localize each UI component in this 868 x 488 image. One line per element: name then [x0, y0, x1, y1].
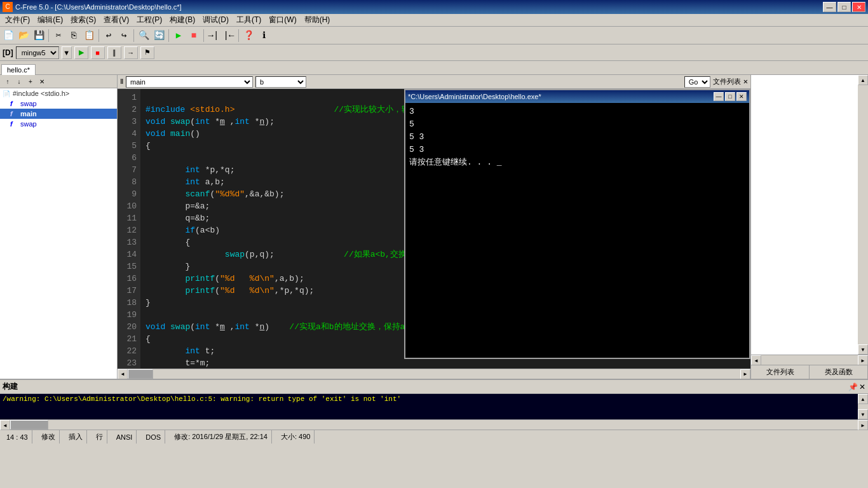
- extra-btn-1[interactable]: ⚑: [140, 46, 154, 59]
- go-select[interactable]: Go: [684, 76, 710, 88]
- right-scroll-down-btn[interactable]: ▼: [858, 344, 868, 355]
- terminal-maximize-btn[interactable]: □: [725, 92, 735, 101]
- copy-button[interactable]: ⎘: [67, 29, 81, 43]
- undo-button[interactable]: ↩: [102, 29, 116, 43]
- minimize-button[interactable]: —: [823, 2, 836, 12]
- status-encoding-text: ANSI: [116, 433, 133, 441]
- terminal-line-3: 5 3: [409, 131, 745, 144]
- terminal-minimize-btn[interactable]: —: [714, 92, 724, 101]
- maximize-button[interactable]: □: [837, 2, 851, 12]
- help-button[interactable]: ❓: [241, 29, 255, 43]
- right-scroll-track[interactable]: [858, 85, 868, 344]
- info-button[interactable]: ℹ: [257, 29, 271, 43]
- build-h-scroll-left[interactable]: ◀: [0, 420, 10, 430]
- menu-tools[interactable]: 工具(T): [233, 13, 265, 27]
- terminal-output: 3 5 5 3 5 3 请按任意键继续. . . _: [405, 103, 749, 358]
- h-scroll-right-btn[interactable]: ▶: [740, 369, 750, 379]
- menu-build[interactable]: 构建(B): [166, 13, 199, 27]
- run-button[interactable]: ▶: [172, 29, 186, 43]
- menu-project[interactable]: 工程(P): [133, 13, 166, 27]
- build-h-scroll[interactable]: ◀ ▶: [0, 419, 868, 430]
- save-button[interactable]: 💾: [32, 29, 46, 43]
- menu-view[interactable]: 查看(V): [100, 13, 133, 27]
- build-title: 构建: [3, 381, 18, 392]
- status-encoding: ANSI: [112, 430, 137, 444]
- build-v-scroll[interactable]: ▲ ▼: [858, 394, 868, 419]
- include-icon: 📄: [3, 90, 11, 97]
- tab-class-func[interactable]: 类及函数: [810, 365, 868, 379]
- pause-compile-button[interactable]: ‖: [107, 46, 121, 59]
- paste-button[interactable]: 📋: [82, 29, 96, 43]
- build-h-scroll-thumb[interactable]: [10, 420, 48, 430]
- func-bar-right: Go 文件列表 ✕: [684, 76, 748, 88]
- h-scroll-bar[interactable]: ◀ ▶: [118, 369, 750, 379]
- status-size-text: 大小: 490: [281, 432, 310, 442]
- h-scroll-thumb[interactable]: [128, 369, 153, 379]
- rp-h-scroll-right[interactable]: ▶: [858, 355, 868, 365]
- status-line-label: 行: [92, 430, 107, 444]
- menu-search[interactable]: 搜索(S): [67, 13, 100, 27]
- build-h-scroll-track[interactable]: [10, 420, 858, 430]
- menu-debug[interactable]: 调试(D): [199, 13, 233, 27]
- indent-button[interactable]: →|: [207, 29, 220, 43]
- compile-dropdown-btn[interactable]: ▼: [62, 46, 72, 59]
- tab-hello-c[interactable]: hello.c*: [1, 64, 36, 75]
- build-scroll-down[interactable]: ▼: [858, 409, 868, 419]
- build-scroll-up[interactable]: ▲: [858, 394, 868, 404]
- sidebar-item-swap1[interactable]: f swap: [0, 98, 117, 109]
- menu-bar: 文件(F) 编辑(E) 搜索(S) 查看(V) 工程(P) 构建(B) 调试(D…: [0, 14, 868, 27]
- h-scroll-track[interactable]: [128, 369, 740, 379]
- build-scroll-track[interactable]: [858, 404, 868, 409]
- sidebar-sort-desc-icon[interactable]: ↓: [14, 76, 24, 86]
- menu-window[interactable]: 窗口(W): [265, 13, 300, 27]
- func-select[interactable]: main: [126, 76, 253, 88]
- title-bar: C C-Free 5.0 - [C:\Users\Administrator\D…: [0, 0, 868, 14]
- sidebar-add-icon[interactable]: +: [25, 76, 36, 86]
- func-bar-close-icon[interactable]: ✕: [743, 77, 748, 86]
- right-scroll-up-btn[interactable]: ▲: [858, 75, 868, 85]
- replace-button[interactable]: 🔄: [152, 29, 166, 43]
- toolbar-separator-1: [48, 29, 49, 42]
- sidebar-header: ↑ ↓ + ✕: [0, 75, 117, 88]
- menu-edit[interactable]: 编辑(E): [34, 13, 67, 27]
- terminal-window-controls[interactable]: — □ ✕: [714, 92, 747, 101]
- step-compile-button[interactable]: →: [124, 46, 138, 59]
- sidebar-item-main[interactable]: f main: [0, 109, 117, 119]
- code-container[interactable]: 12345 678910 1112131415 1617181920 21222…: [118, 89, 750, 369]
- sidebar-close-icon[interactable]: ✕: [37, 76, 47, 86]
- h-scroll-left-btn[interactable]: ◀: [118, 369, 128, 379]
- stop-compile-button[interactable]: ■: [91, 46, 105, 59]
- open-button[interactable]: 📂: [17, 29, 31, 43]
- rp-h-scroll-left[interactable]: ◀: [751, 355, 761, 365]
- right-panel-main: [751, 75, 858, 355]
- window-controls[interactable]: — □ ✕: [823, 2, 865, 12]
- menu-help[interactable]: 帮助(H): [301, 13, 334, 27]
- close-button[interactable]: ✕: [852, 2, 865, 12]
- build-close-icon[interactable]: ✕: [859, 383, 865, 391]
- new-button[interactable]: 📄: [1, 29, 15, 43]
- build-h-scroll-right[interactable]: ▶: [858, 420, 868, 430]
- sidebar-item-include[interactable]: 📄 #include <stdio.h>: [0, 88, 117, 98]
- terminal-title-bar: *C:\Users\Administrator\Desktop\hello.ex…: [405, 90, 749, 103]
- file-list-label: 文件列表: [713, 77, 741, 86]
- search-button[interactable]: 🔍: [137, 29, 151, 43]
- redo-button[interactable]: ↪: [117, 29, 131, 43]
- run-compile-button[interactable]: ▶: [74, 46, 88, 59]
- rp-h-scroll-track[interactable]: [761, 355, 858, 365]
- menu-file[interactable]: 文件(F): [1, 13, 34, 27]
- right-panel-h-scroll[interactable]: ◀ ▶: [751, 355, 868, 365]
- right-v-scroll[interactable]: ▲ ▼: [858, 75, 868, 355]
- build-pin-icon[interactable]: 📌: [848, 383, 858, 391]
- compile-profile-select[interactable]: mingw5: [16, 46, 59, 59]
- sidebar-item-swap2[interactable]: f swap: [0, 119, 117, 129]
- stop-button[interactable]: ■: [187, 29, 201, 43]
- sidebar-sort-asc-icon[interactable]: ↑: [3, 76, 13, 86]
- terminal-window[interactable]: *C:\Users\Administrator\Desktop\hello.ex…: [404, 89, 750, 359]
- cut-button[interactable]: ✂: [51, 29, 65, 43]
- var-select[interactable]: b: [255, 76, 306, 88]
- outdent-button[interactable]: |←: [222, 29, 236, 43]
- status-mode: 修改: [37, 430, 60, 444]
- tab-file-list[interactable]: 文件列表: [751, 365, 810, 379]
- terminal-close-btn[interactable]: ✕: [736, 92, 747, 101]
- status-position: 14 : 43: [3, 430, 32, 444]
